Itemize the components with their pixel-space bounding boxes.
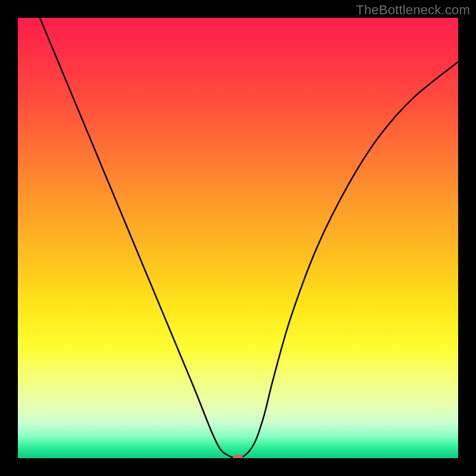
chart-frame: TheBottleneck.com (0, 0, 476, 476)
watermark-label: TheBottleneck.com (356, 2, 470, 18)
bottleneck-curve (18, 18, 458, 458)
optimal-point-marker (233, 455, 243, 458)
plot-area (18, 18, 458, 458)
